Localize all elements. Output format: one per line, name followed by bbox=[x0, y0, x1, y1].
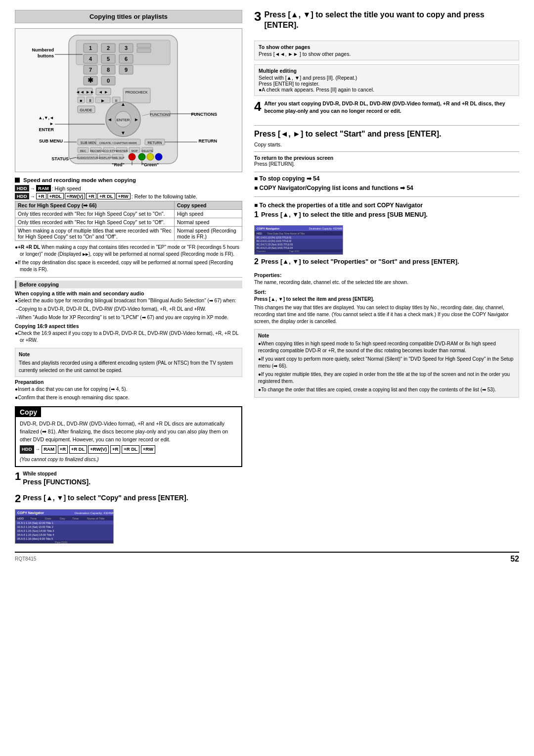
svg-text:Date: Date bbox=[45, 517, 51, 520]
svg-text:COPY Navigator: COPY Navigator bbox=[257, 227, 280, 230]
svg-text:01  A:1  1.14  (Sat)  12:00  T: 01 A:1 1.14 (Sat) 12:00 Title 1 bbox=[17, 521, 53, 524]
copy-box: Copy DVD-R, DVD-R DL, DVD-RW (DVD-Video … bbox=[15, 406, 242, 467]
svg-text:▲,▼,◄: ▲,▼,◄ bbox=[38, 115, 54, 120]
svg-rect-8 bbox=[137, 44, 151, 47]
svg-text:▶: ▶ bbox=[101, 98, 105, 103]
copy-box-text: DVD-R, DVD-R DL, DVD-RW (DVD-Video forma… bbox=[20, 420, 237, 443]
properties-text: The name, recording date, channel etc. o… bbox=[254, 279, 519, 286]
svg-text:DISPLAY: DISPLAY bbox=[99, 156, 111, 159]
hdd-badge2: HDD bbox=[15, 193, 29, 199]
svg-text:ECO STY: ECO STY bbox=[102, 149, 115, 152]
prop-step-1-num: 1 bbox=[254, 211, 259, 219]
info-box-pages: To show other pages Press [◄◄, ►► ] to s… bbox=[254, 41, 519, 60]
svg-text:Page 01/01: Page 01/01 bbox=[55, 541, 68, 544]
table-row: Only titles recorded with "Rec for High … bbox=[15, 210, 242, 218]
table-cell-rec2: Only titles recorded with "Rec for High … bbox=[15, 218, 175, 227]
svg-text:Day: Day bbox=[60, 517, 65, 520]
svg-text:2: 2 bbox=[107, 45, 110, 51]
svg-text:RETURN: RETURN bbox=[199, 139, 218, 143]
info-box-multiple: Multiple editing Select with [▲, ▼] and … bbox=[254, 64, 519, 96]
note-text: Titles and playlists recorded using a di… bbox=[19, 360, 233, 373]
speed-table: Rec for High Speed Copy (➡ 66) Copy spee… bbox=[15, 201, 242, 241]
nav-svg: COPY Navigator Destination Capacity: 432… bbox=[15, 510, 114, 544]
remote-control-svg: 1 2 3 4 5 6 7 8 9 bbox=[19, 33, 227, 166]
step-2-number: 2 bbox=[15, 493, 21, 504]
svg-text:FUNCTIONS: FUNCTIONS bbox=[150, 113, 171, 116]
svg-text:⏸: ⏸ bbox=[88, 98, 92, 103]
r-badge: +R bbox=[36, 193, 46, 199]
svg-text:Time: Time bbox=[30, 517, 37, 520]
svg-text:▼: ▼ bbox=[121, 130, 126, 136]
svg-text:5: 5 bbox=[107, 56, 110, 62]
svg-text:ENTER: ENTER bbox=[116, 118, 130, 122]
table-row: When making a copy of multiple titles th… bbox=[15, 227, 242, 241]
right-column: 3 Press [▲, ▼] to select the title you w… bbox=[254, 10, 519, 544]
hdd-line-1: HDD → RAM : High speed bbox=[15, 185, 242, 191]
note-box: Note Titles and playlists recorded using… bbox=[15, 348, 242, 377]
flow-rdl2: +R DL bbox=[122, 445, 139, 453]
svg-rect-9 bbox=[137, 48, 151, 52]
svg-text:6: 6 bbox=[125, 56, 128, 62]
svg-text:◄◄ ►►: ◄◄ ►► bbox=[76, 90, 94, 94]
step-3-title: Press [▲, ▼] to select the title you wan… bbox=[254, 10, 519, 31]
copy-navigator-screenshot: COPY Navigator Destination Capacity: 432… bbox=[15, 509, 114, 544]
svg-text:RETURN: RETURN bbox=[147, 141, 162, 144]
svg-text:GUIDE: GUIDE bbox=[80, 108, 92, 112]
step-2-block: 2 Press [▲, ▼] to select "Copy" and pres… bbox=[15, 493, 242, 504]
prop-note-text: ●When copying titles in high speed mode … bbox=[258, 340, 515, 393]
svg-text:"Green": "Green" bbox=[142, 162, 159, 166]
multiple-text: Select with [▲, ▼] and press [II]. (Repe… bbox=[259, 75, 515, 93]
svg-text:CREATE / CHAPTER MARK: CREATE / CHAPTER MARK bbox=[99, 142, 137, 144]
copy-starts: Copy starts. bbox=[254, 142, 519, 147]
page-number: 52 bbox=[510, 555, 519, 564]
model-number: RQT8415 bbox=[15, 556, 36, 562]
finalized-note: (You cannot copy to finalized discs.) bbox=[20, 456, 237, 463]
return-text: Press [RETURN]. bbox=[254, 161, 295, 167]
section-title: Copying titles or playlists bbox=[15, 10, 242, 23]
return-header: To return to the previous screen bbox=[254, 155, 333, 161]
speed-note-2: ●If the copy destination disc space is e… bbox=[15, 259, 242, 273]
speed-section: Speed and recording mode when copying HD… bbox=[15, 177, 242, 273]
audio-mode-note: –When "Audio Mode for XP Recording" is s… bbox=[15, 314, 242, 321]
copy-box-content: DVD-R, DVD-R DL, DVD-RW (DVD-Video forma… bbox=[16, 417, 241, 466]
prop-step-2: 2 Press [▲, ▼] to select "Properties" or… bbox=[254, 258, 519, 268]
table-row: Only titles recorded with "Rec for High … bbox=[15, 218, 242, 227]
svg-text:buttons: buttons bbox=[38, 53, 54, 58]
table-cell-speed1: High speed bbox=[174, 210, 242, 218]
pages-label: To show other pages bbox=[259, 44, 515, 50]
sort-label: Sort: bbox=[254, 289, 519, 295]
svg-point-79 bbox=[155, 153, 162, 160]
properties-header: To check the properties of a title and s… bbox=[254, 202, 519, 209]
step-1-block: 1 While stopped Press [FUNCTIONS]. bbox=[15, 471, 242, 488]
flow-rwv: +RW(V) bbox=[88, 445, 109, 453]
prop-step-2-num: 2 bbox=[254, 258, 259, 266]
svg-text:Numbered: Numbered bbox=[32, 47, 54, 52]
svg-point-76 bbox=[129, 153, 135, 160]
table-cell-rec3: When making a copy of multiple titles th… bbox=[15, 227, 175, 241]
step-1-title: Press [FUNCTIONS]. bbox=[15, 477, 242, 486]
speed-note-1: ●+R +R DL When making a copy that contai… bbox=[15, 244, 242, 258]
copy-box-title: Copy bbox=[16, 407, 41, 417]
svg-text:TIME SLP: TIME SLP bbox=[111, 156, 124, 159]
prop-note-box: Note ●When copying titles in high speed … bbox=[254, 329, 519, 398]
hdd-badge: HDD bbox=[15, 185, 29, 191]
rw-badge: +RW bbox=[116, 193, 131, 199]
ram-badge: RAM bbox=[36, 185, 51, 191]
prop-step-1: 1 Press [▲, ▼] to select the title and p… bbox=[254, 211, 519, 221]
svg-text:RC-2  A:3  1.13  (Fri)  13:01 : RC-2 A:3 1.13 (Fri) 13:01 TITLE-02 bbox=[257, 240, 292, 242]
svg-text:05  A:5  1.16  (Mon)  9:00  Ti: 05 A:5 1.16 (Mon) 9:00 Title 5 bbox=[17, 537, 53, 540]
svg-text:PROGCHECK: PROGCHECK bbox=[125, 91, 147, 94]
table-cell-speed3: Normal speed (Recording mode is FR.) bbox=[174, 227, 242, 241]
svg-text:✱: ✱ bbox=[88, 76, 93, 84]
svg-text:Name of Title: Name of Title bbox=[87, 517, 105, 520]
svg-text:Time  Date  Day  Time  Name of: Time Date Day Time Name of Title bbox=[267, 232, 305, 235]
prop-step-1-title: Press [▲, ▼] to select the title and pre… bbox=[261, 211, 519, 219]
svg-text:SUB MENU: SUB MENU bbox=[39, 139, 63, 143]
copy-navigator-small-screenshot: COPY Navigator Destination Capacity: 432… bbox=[254, 225, 343, 255]
nav-small-svg: COPY Navigator Destination Capacity: 432… bbox=[255, 226, 343, 255]
col-header-rec: Rec for High Speed Copy (➡ 66) bbox=[15, 201, 175, 210]
svg-text:STATUS: STATUS bbox=[51, 156, 69, 161]
svg-text:4: 4 bbox=[89, 56, 92, 62]
svg-text:3: 3 bbox=[125, 45, 128, 51]
svg-text:DELETE: DELETE bbox=[141, 149, 153, 152]
